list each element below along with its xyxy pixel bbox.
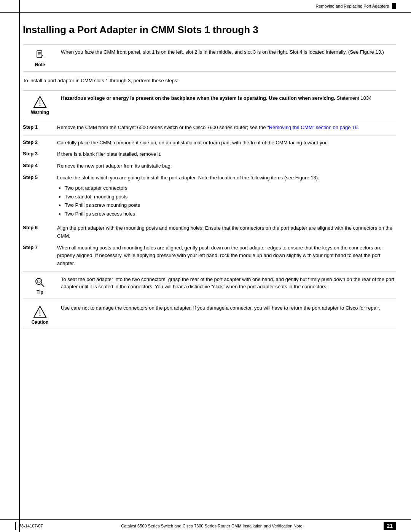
page-number: 21 — [384, 522, 396, 530]
step-3-content: If there is a blank filler plate install… — [57, 150, 396, 158]
step-1-label: Step 1 — [23, 124, 57, 130]
caution-icon-col: Caution — [23, 304, 57, 325]
step-4-row: Step 4 Remove the new port adapter from … — [23, 162, 396, 170]
step-4-label: Step 4 — [23, 162, 57, 168]
tip-label: Tip — [37, 289, 43, 295]
warning-icon — [33, 95, 47, 109]
note-label: Note — [35, 62, 45, 67]
note-content: When you face the CMM front panel, slot … — [57, 48, 396, 56]
warning-callout: Warning Hazardous voltage or energy is p… — [23, 90, 396, 119]
step-6-content: Align the port adapter with the mounting… — [57, 224, 396, 240]
svg-line-4 — [43, 55, 43, 56]
bottom-left-rule — [15, 522, 16, 530]
footer-center-text: Catalyst 6500 Series Switch and Cisco 76… — [43, 524, 381, 528]
bottom-left: 78-14107-07 — [15, 522, 43, 530]
step-1-row: Step 1 Remove the CMM from the Catalyst … — [23, 124, 396, 132]
bullet-2: Two standoff mounting posts — [65, 193, 396, 201]
step-2-label: Step 2 — [23, 139, 57, 145]
intro-paragraph: To install a port adapter in CMM slots 1… — [23, 77, 396, 85]
caution-icon — [33, 305, 47, 319]
step-5-label: Step 5 — [23, 174, 57, 180]
caution-callout: Caution Use care not to damage the conne… — [23, 300, 396, 329]
main-content: Installing a Port Adapter in CMM Slots 1… — [0, 13, 411, 346]
svg-point-8 — [36, 278, 42, 284]
step-5-text: Locate the slot in which you are going t… — [57, 175, 319, 181]
bullet-3: Two Phillips screw mounting posts — [65, 201, 396, 209]
svg-line-9 — [41, 284, 44, 287]
note-icon-col: Note — [23, 48, 57, 67]
page-container: Removing and Replacing Port Adapters Ins… — [0, 0, 411, 532]
bullet-1: Two port adapter connectors — [65, 184, 396, 192]
step-1-text: Remove the CMM from the Catalyst 6500 se… — [57, 125, 267, 130]
step-4-content: Remove the new port adapter from its ant… — [57, 162, 396, 170]
step-7-content: When all mounting posts and mounting hol… — [57, 244, 396, 268]
header-title: Removing and Replacing Port Adapters — [315, 4, 389, 8]
step-1-text-after: . — [358, 125, 359, 130]
bottom-right: 21 — [381, 522, 396, 530]
note-callout: Note When you face the CMM front panel, … — [23, 44, 396, 72]
caution-content: Use care not to damage the connectors on… — [57, 304, 396, 312]
note-text: When you face the CMM front panel, slot … — [61, 49, 384, 55]
step-5-content: Locate the slot in which you are going t… — [57, 174, 396, 220]
step-2-content: Carefully place the CMM, component-side … — [57, 139, 396, 147]
step-5-row: Step 5 Locate the slot in which you are … — [23, 174, 396, 220]
step-2-row: Step 2 Carefully place the CMM, componen… — [23, 139, 396, 147]
doc-number: 78-14107-07 — [19, 524, 43, 528]
left-margin-rule — [19, 0, 20, 532]
step-1-content: Remove the CMM from the Catalyst 6500 se… — [57, 124, 396, 132]
warning-bold-text: Hazardous voltage or energy is present o… — [61, 95, 335, 101]
step-1-link[interactable]: "Removing the CMM" section on page 16 — [267, 125, 358, 130]
bottom-bar: 78-14107-07 Catalyst 6500 Series Switch … — [0, 519, 411, 532]
step-3-row: Step 3 If there is a blank filler plate … — [23, 150, 396, 158]
svg-point-13 — [40, 315, 41, 316]
top-bar: Removing and Replacing Port Adapters — [0, 0, 411, 13]
note-icon — [34, 49, 46, 61]
svg-rect-0 — [37, 51, 42, 58]
tip-callout: Tip To seat the port adapter into the tw… — [23, 272, 396, 299]
bullet-4: Two Phillips screw access holes — [65, 210, 396, 218]
step-3-label: Step 3 — [23, 150, 57, 157]
svg-point-7 — [40, 105, 41, 106]
page-heading: Installing a Port Adapter in CMM Slots 1… — [23, 24, 396, 36]
warning-label: Warning — [31, 110, 49, 115]
warning-statement: Statement 1034 — [337, 95, 372, 101]
caution-label: Caution — [32, 320, 49, 325]
warning-icon-col: Warning — [23, 94, 57, 115]
svg-point-10 — [37, 280, 40, 283]
warning-content: Hazardous voltage or energy is present o… — [57, 94, 396, 102]
step-7-row: Step 7 When all mounting posts and mount… — [23, 244, 396, 268]
tip-content: To seat the port adapter into the two co… — [57, 276, 396, 291]
step-5-bullets: Two port adapter connectors Two standoff… — [57, 184, 396, 218]
header-block — [392, 3, 396, 9]
step-7-label: Step 7 — [23, 244, 57, 250]
tip-icon-col: Tip — [23, 276, 57, 295]
step-6-row: Step 6 Align the port adapter with the m… — [23, 224, 396, 240]
steps-container: Step 1 Remove the CMM from the Catalyst … — [23, 124, 396, 268]
tip-icon — [34, 276, 46, 289]
step-6-label: Step 6 — [23, 224, 57, 230]
